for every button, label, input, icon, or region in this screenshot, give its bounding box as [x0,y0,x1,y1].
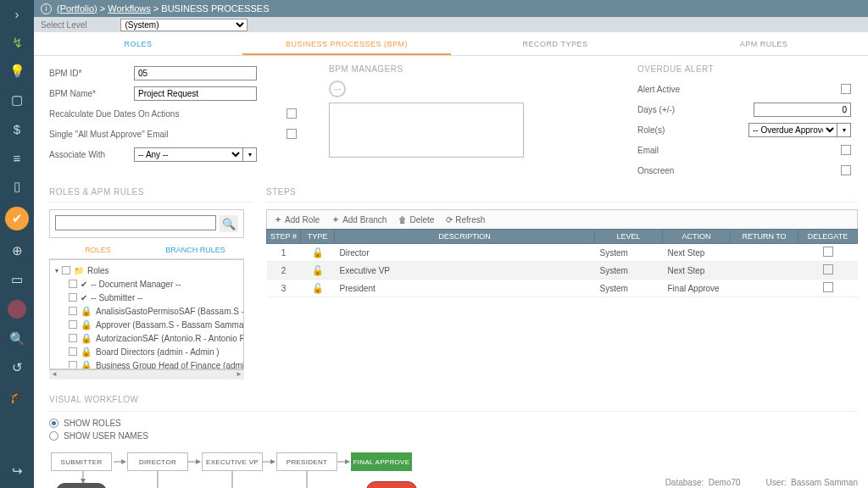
bpm-name-input[interactable] [134,86,257,101]
radio-show-users[interactable]: SHOW USER NAMES [49,431,858,441]
recalc-checkbox[interactable] [287,108,297,119]
bpm-name-label: BPM Name* [49,89,134,98]
steps-toolbar: ＋Add Role ＋Add Branch 🗑Delete ⟳Refresh [266,209,858,229]
lock-icon: 🔒 [81,360,92,370]
expand-icon[interactable]: › [8,5,25,22]
single-email-label: Single "All Must Approve" Email [49,130,169,139]
managers-title: BPM MANAGERS [329,64,566,74]
crumb-workflows[interactable]: Workflows [108,3,151,14]
roles-search-button[interactable]: 🔍 [220,215,238,232]
bpm-id-label: BPM ID* [49,69,134,78]
assoc-select[interactable]: -- Any -- [134,147,243,162]
delegate-checkbox[interactable] [823,247,833,257]
managers-add-button[interactable]: ··· [329,80,346,97]
select-level-dropdown[interactable]: (System) [120,19,248,31]
table-row[interactable]: 2🔓Executive VPSystemNext Step [267,262,858,280]
days-label: Days (+/-) [637,105,718,114]
refresh-icon: ⟳ [446,215,453,225]
grad-icon[interactable]: 🎓 [8,388,25,405]
breadcrumb: (Portfolio) > Workflows > BUSINESS PROCE… [57,3,269,14]
overdue-title: OVERDUE ALERT [637,64,858,74]
node-reject[interactable]: REJECT [366,481,417,488]
tree-hscroll[interactable] [49,369,244,380]
lock-icon: 🔒 [81,306,92,317]
dollar-icon[interactable]: $ [8,120,25,137]
visual-title: VISUAL WORKFLOW [49,395,858,404]
sidebar: › ↯ 💡 ▢ $ ≡ ▯ ✔ ⊕ ▭ 🔍 ↺ 🎓 ↪ [0,0,34,488]
tab-record-types[interactable]: RECORD TYPES [451,32,659,55]
main: ROLES BUSINESS PROCESSES (BPM) RECORD TY… [34,32,868,488]
overdue-onscreen-label: Onscreen [637,166,718,175]
tab-roles[interactable]: ROLES [34,32,242,55]
add-branch-button[interactable]: ＋Add Branch [331,214,387,225]
delegate-checkbox[interactable] [823,264,833,274]
table-row[interactable]: 1🔓DirectorSystemNext Step [267,244,858,262]
node-final: FINAL APPROVE [351,452,412,471]
tab-bpm[interactable]: BUSINESS PROCESSES (BPM) [242,32,451,55]
tablet-icon[interactable]: ▯ [8,178,25,195]
tabs: ROLES BUSINESS PROCESSES (BPM) RECORD TY… [34,32,868,56]
bulb-icon[interactable]: 💡 [8,63,25,80]
refresh-button[interactable]: ⟳Refresh [446,215,485,225]
tab-apm-rules[interactable]: APM RULES [659,32,868,55]
check-icon[interactable]: ✔ [5,207,29,230]
overdue-role-select[interactable]: -- Overdue Approver -- [748,123,837,137]
briefcase-icon[interactable]: ▭ [8,271,25,288]
overdue-role-label: Role(s) [637,125,718,135]
avatar[interactable] [8,300,26,319]
trash-icon: 🗑 [398,215,407,225]
lock-icon: 🔓 [312,247,324,258]
info-icon[interactable]: i [41,3,52,14]
steps-title: STEPS [266,187,858,197]
alert-active-label: Alert Active [637,85,718,94]
topbar: i (Portfolio) > Workflows > BUSINESS PRO… [34,0,868,17]
roles-tree[interactable]: ▾📁Roles ✔-- Document Manager -- ✔-- Subm… [49,259,244,369]
select-level-row: Select Level (System) [34,17,868,32]
add-role-button[interactable]: ＋Add Role [274,214,320,225]
search-icon[interactable]: 🔍 [8,330,25,347]
bpm-id-input[interactable] [134,66,257,80]
roles-search: 🔍 [49,209,244,238]
globe-icon[interactable]: ⊕ [8,242,25,259]
assoc-dropdown-btn[interactable]: ▾ [243,147,257,162]
logout-icon[interactable]: ↪ [8,463,25,480]
lock-icon: 🔒 [81,347,92,358]
single-email-checkbox[interactable] [287,129,297,139]
radio-show-roles[interactable]: SHOW ROLES [49,419,858,428]
overdue-email-checkbox[interactable] [841,145,851,155]
delete-button[interactable]: 🗑Delete [398,215,434,225]
delegate-checkbox[interactable] [823,282,833,292]
lock-icon: 🔓 [312,283,324,293]
select-level-label: Select Level [41,20,86,30]
footer: Database: Demo70 User: Bassam Samman [665,478,858,487]
node-president: PRESIDENT [276,452,337,471]
node-submitter: SUBMITTER [51,452,112,471]
lock-icon: 🔒 [81,319,92,330]
node-withdraw[interactable]: WITHDRAW [56,483,107,488]
minitab-roles[interactable]: ROLES [49,241,147,258]
overdue-onscreen-checkbox[interactable] [841,165,851,175]
alert-active-checkbox[interactable] [841,84,851,94]
steps-table: STEP # TYPE DESCRIPTION LEVEL ACTION RET… [266,229,858,297]
clipboard-icon[interactable]: ▢ [8,92,25,108]
folder-icon: 📁 [74,266,84,275]
days-input[interactable] [754,103,851,117]
roles-search-input[interactable] [55,215,216,230]
crumb-current: BUSINESS PROCESSES [161,3,269,14]
crumb-portfolio[interactable]: (Portfolio) [57,3,97,14]
roles-panel-title: ROLES & APM RULES [49,187,253,197]
assoc-label: Associate With [49,150,134,159]
table-row[interactable]: 3🔓PresidentSystemFinal Approve [267,280,858,297]
lock-icon: 🔒 [81,333,92,344]
minitab-branch[interactable]: BRANCH RULES [147,241,244,258]
node-exec: EXECUTIVE VP [202,452,263,471]
recalc-label: Recalculate Due Dates On Actions [49,109,179,119]
node-director: DIRECTOR [127,452,188,471]
overdue-email-label: Email [637,146,718,155]
history-icon[interactable]: ↺ [8,359,25,376]
bars-icon[interactable]: ≡ [8,149,25,166]
overdue-role-dropbtn[interactable]: ▾ [837,123,851,137]
managers-list[interactable] [329,103,524,158]
lock-icon: 🔓 [312,265,324,275]
logo-icon[interactable]: ↯ [8,34,25,51]
